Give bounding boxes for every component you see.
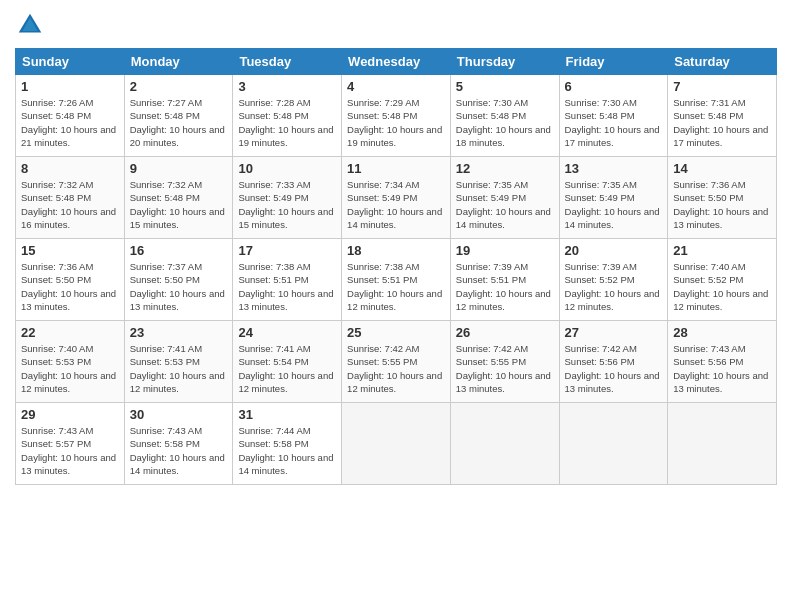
day-info: Sunrise: 7:39 AMSunset: 5:51 PMDaylight:… bbox=[456, 260, 554, 313]
day-info: Sunrise: 7:40 AMSunset: 5:52 PMDaylight:… bbox=[673, 260, 771, 313]
day-info: Sunrise: 7:38 AMSunset: 5:51 PMDaylight:… bbox=[347, 260, 445, 313]
calendar-cell: 13Sunrise: 7:35 AMSunset: 5:49 PMDayligh… bbox=[559, 157, 668, 239]
weekday-sunday: Sunday bbox=[16, 49, 125, 75]
calendar-cell: 7Sunrise: 7:31 AMSunset: 5:48 PMDaylight… bbox=[668, 75, 777, 157]
day-info: Sunrise: 7:26 AMSunset: 5:48 PMDaylight:… bbox=[21, 96, 119, 149]
calendar-cell: 1Sunrise: 7:26 AMSunset: 5:48 PMDaylight… bbox=[16, 75, 125, 157]
day-number: 20 bbox=[565, 243, 663, 258]
calendar-cell: 4Sunrise: 7:29 AMSunset: 5:48 PMDaylight… bbox=[342, 75, 451, 157]
day-info: Sunrise: 7:36 AMSunset: 5:50 PMDaylight:… bbox=[21, 260, 119, 313]
calendar-cell bbox=[668, 403, 777, 485]
day-number: 27 bbox=[565, 325, 663, 340]
calendar-cell: 10Sunrise: 7:33 AMSunset: 5:49 PMDayligh… bbox=[233, 157, 342, 239]
calendar-cell: 9Sunrise: 7:32 AMSunset: 5:48 PMDaylight… bbox=[124, 157, 233, 239]
calendar-cell: 22Sunrise: 7:40 AMSunset: 5:53 PMDayligh… bbox=[16, 321, 125, 403]
weekday-friday: Friday bbox=[559, 49, 668, 75]
day-number: 21 bbox=[673, 243, 771, 258]
calendar-cell: 6Sunrise: 7:30 AMSunset: 5:48 PMDaylight… bbox=[559, 75, 668, 157]
day-info: Sunrise: 7:38 AMSunset: 5:51 PMDaylight:… bbox=[238, 260, 336, 313]
calendar-cell bbox=[342, 403, 451, 485]
calendar-cell: 21Sunrise: 7:40 AMSunset: 5:52 PMDayligh… bbox=[668, 239, 777, 321]
day-info: Sunrise: 7:29 AMSunset: 5:48 PMDaylight:… bbox=[347, 96, 445, 149]
day-info: Sunrise: 7:37 AMSunset: 5:50 PMDaylight:… bbox=[130, 260, 228, 313]
calendar-cell: 16Sunrise: 7:37 AMSunset: 5:50 PMDayligh… bbox=[124, 239, 233, 321]
day-number: 6 bbox=[565, 79, 663, 94]
day-number: 19 bbox=[456, 243, 554, 258]
day-info: Sunrise: 7:40 AMSunset: 5:53 PMDaylight:… bbox=[21, 342, 119, 395]
day-number: 3 bbox=[238, 79, 336, 94]
calendar-cell: 14Sunrise: 7:36 AMSunset: 5:50 PMDayligh… bbox=[668, 157, 777, 239]
day-number: 23 bbox=[130, 325, 228, 340]
calendar-cell: 20Sunrise: 7:39 AMSunset: 5:52 PMDayligh… bbox=[559, 239, 668, 321]
day-info: Sunrise: 7:41 AMSunset: 5:53 PMDaylight:… bbox=[130, 342, 228, 395]
week-row-0: 1Sunrise: 7:26 AMSunset: 5:48 PMDaylight… bbox=[16, 75, 777, 157]
calendar-cell bbox=[450, 403, 559, 485]
calendar-cell: 24Sunrise: 7:41 AMSunset: 5:54 PMDayligh… bbox=[233, 321, 342, 403]
weekday-saturday: Saturday bbox=[668, 49, 777, 75]
day-number: 4 bbox=[347, 79, 445, 94]
calendar-cell: 18Sunrise: 7:38 AMSunset: 5:51 PMDayligh… bbox=[342, 239, 451, 321]
calendar-cell: 8Sunrise: 7:32 AMSunset: 5:48 PMDaylight… bbox=[16, 157, 125, 239]
weekday-thursday: Thursday bbox=[450, 49, 559, 75]
day-info: Sunrise: 7:35 AMSunset: 5:49 PMDaylight:… bbox=[456, 178, 554, 231]
calendar-cell: 29Sunrise: 7:43 AMSunset: 5:57 PMDayligh… bbox=[16, 403, 125, 485]
day-info: Sunrise: 7:43 AMSunset: 5:56 PMDaylight:… bbox=[673, 342, 771, 395]
weekday-monday: Monday bbox=[124, 49, 233, 75]
calendar-cell: 23Sunrise: 7:41 AMSunset: 5:53 PMDayligh… bbox=[124, 321, 233, 403]
calendar-cell: 28Sunrise: 7:43 AMSunset: 5:56 PMDayligh… bbox=[668, 321, 777, 403]
calendar: SundayMondayTuesdayWednesdayThursdayFrid… bbox=[15, 48, 777, 485]
weekday-header-row: SundayMondayTuesdayWednesdayThursdayFrid… bbox=[16, 49, 777, 75]
day-info: Sunrise: 7:35 AMSunset: 5:49 PMDaylight:… bbox=[565, 178, 663, 231]
weekday-wednesday: Wednesday bbox=[342, 49, 451, 75]
day-number: 31 bbox=[238, 407, 336, 422]
calendar-cell: 3Sunrise: 7:28 AMSunset: 5:48 PMDaylight… bbox=[233, 75, 342, 157]
day-number: 13 bbox=[565, 161, 663, 176]
day-number: 7 bbox=[673, 79, 771, 94]
day-number: 28 bbox=[673, 325, 771, 340]
week-row-3: 22Sunrise: 7:40 AMSunset: 5:53 PMDayligh… bbox=[16, 321, 777, 403]
day-info: Sunrise: 7:34 AMSunset: 5:49 PMDaylight:… bbox=[347, 178, 445, 231]
calendar-cell: 2Sunrise: 7:27 AMSunset: 5:48 PMDaylight… bbox=[124, 75, 233, 157]
week-row-4: 29Sunrise: 7:43 AMSunset: 5:57 PMDayligh… bbox=[16, 403, 777, 485]
day-info: Sunrise: 7:31 AMSunset: 5:48 PMDaylight:… bbox=[673, 96, 771, 149]
calendar-cell: 31Sunrise: 7:44 AMSunset: 5:58 PMDayligh… bbox=[233, 403, 342, 485]
day-number: 17 bbox=[238, 243, 336, 258]
day-info: Sunrise: 7:43 AMSunset: 5:58 PMDaylight:… bbox=[130, 424, 228, 477]
calendar-cell: 15Sunrise: 7:36 AMSunset: 5:50 PMDayligh… bbox=[16, 239, 125, 321]
week-row-2: 15Sunrise: 7:36 AMSunset: 5:50 PMDayligh… bbox=[16, 239, 777, 321]
day-number: 30 bbox=[130, 407, 228, 422]
day-info: Sunrise: 7:42 AMSunset: 5:55 PMDaylight:… bbox=[347, 342, 445, 395]
day-info: Sunrise: 7:28 AMSunset: 5:48 PMDaylight:… bbox=[238, 96, 336, 149]
day-number: 9 bbox=[130, 161, 228, 176]
calendar-cell: 12Sunrise: 7:35 AMSunset: 5:49 PMDayligh… bbox=[450, 157, 559, 239]
day-number: 25 bbox=[347, 325, 445, 340]
day-info: Sunrise: 7:30 AMSunset: 5:48 PMDaylight:… bbox=[456, 96, 554, 149]
calendar-cell: 25Sunrise: 7:42 AMSunset: 5:55 PMDayligh… bbox=[342, 321, 451, 403]
day-number: 26 bbox=[456, 325, 554, 340]
logo-icon bbox=[15, 10, 45, 40]
day-number: 5 bbox=[456, 79, 554, 94]
day-number: 14 bbox=[673, 161, 771, 176]
day-number: 24 bbox=[238, 325, 336, 340]
day-info: Sunrise: 7:32 AMSunset: 5:48 PMDaylight:… bbox=[21, 178, 119, 231]
day-info: Sunrise: 7:36 AMSunset: 5:50 PMDaylight:… bbox=[673, 178, 771, 231]
day-number: 16 bbox=[130, 243, 228, 258]
calendar-cell: 30Sunrise: 7:43 AMSunset: 5:58 PMDayligh… bbox=[124, 403, 233, 485]
day-number: 15 bbox=[21, 243, 119, 258]
day-number: 2 bbox=[130, 79, 228, 94]
calendar-cell: 11Sunrise: 7:34 AMSunset: 5:49 PMDayligh… bbox=[342, 157, 451, 239]
header bbox=[15, 10, 777, 40]
calendar-cell: 5Sunrise: 7:30 AMSunset: 5:48 PMDaylight… bbox=[450, 75, 559, 157]
calendar-cell: 26Sunrise: 7:42 AMSunset: 5:55 PMDayligh… bbox=[450, 321, 559, 403]
day-number: 22 bbox=[21, 325, 119, 340]
day-number: 29 bbox=[21, 407, 119, 422]
calendar-cell: 19Sunrise: 7:39 AMSunset: 5:51 PMDayligh… bbox=[450, 239, 559, 321]
day-info: Sunrise: 7:42 AMSunset: 5:56 PMDaylight:… bbox=[565, 342, 663, 395]
day-info: Sunrise: 7:33 AMSunset: 5:49 PMDaylight:… bbox=[238, 178, 336, 231]
day-info: Sunrise: 7:32 AMSunset: 5:48 PMDaylight:… bbox=[130, 178, 228, 231]
day-info: Sunrise: 7:44 AMSunset: 5:58 PMDaylight:… bbox=[238, 424, 336, 477]
day-number: 11 bbox=[347, 161, 445, 176]
weekday-tuesday: Tuesday bbox=[233, 49, 342, 75]
calendar-cell bbox=[559, 403, 668, 485]
day-info: Sunrise: 7:41 AMSunset: 5:54 PMDaylight:… bbox=[238, 342, 336, 395]
